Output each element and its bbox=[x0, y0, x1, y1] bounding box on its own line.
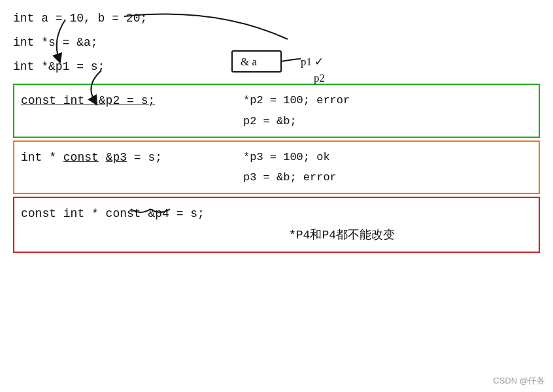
main-container: int a = 10, b = 20; int *s = &a; int *&p… bbox=[0, 0, 553, 262]
orange-box-section: int * const &p3 = s; *p3 = 100; ok p3 = … bbox=[13, 140, 540, 194]
code-text-3: int *&p1 = s; bbox=[13, 60, 105, 73]
green-box-section: const int *&p2 = s; *p2 = 100; error p2 … bbox=[13, 84, 540, 137]
green-left: const int *&p2 = s; bbox=[21, 91, 204, 110]
green-right-1: *p2 = 100; error bbox=[243, 91, 532, 109]
green-right-2: p2 = &b; bbox=[243, 112, 532, 130]
code-text-2: int *s = &a; bbox=[13, 36, 98, 49]
code-line-3: int *&p1 = s; bbox=[13, 57, 540, 76]
code-line-1: int a = 10, b = 20; bbox=[13, 9, 540, 28]
orange-p3-underline: &p3 bbox=[106, 151, 127, 164]
code-text-1: int a = 10, b = 20; bbox=[13, 12, 147, 25]
orange-left: int * const &p3 = s; bbox=[21, 148, 204, 167]
orange-const-underline: const bbox=[63, 151, 99, 164]
watermark: CSDN @仟各 bbox=[493, 375, 545, 387]
code-line-2: int *s = &a; bbox=[13, 33, 540, 52]
red-line-2: *P4和P4都不能改变 bbox=[152, 226, 532, 245]
red-line-1: const int * const &p4 = s; bbox=[21, 204, 532, 223]
orange-right-1: *p3 = 100; ok bbox=[243, 148, 532, 166]
red-box-section: const int * const &p4 = s; *P4和P4都不能改变 bbox=[13, 197, 540, 253]
orange-right-2: p3 = &b; error bbox=[243, 169, 532, 186]
green-left-underline: const int *&p2 = s; bbox=[21, 94, 155, 107]
